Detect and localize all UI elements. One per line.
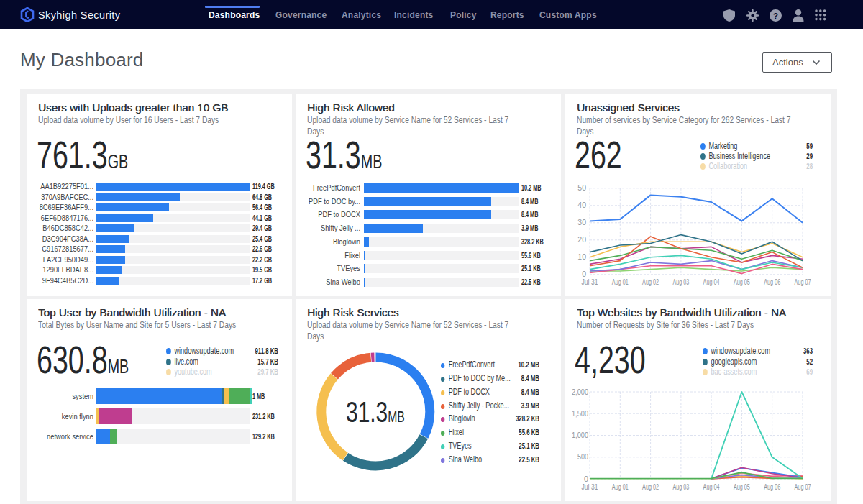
svg-text:Aug 04: Aug 04 xyxy=(703,482,720,491)
svg-text:Aug 05: Aug 05 xyxy=(734,278,750,286)
svg-text:1,000: 1,000 xyxy=(572,431,588,439)
svg-text:Aug 06: Aug 06 xyxy=(764,278,780,286)
svg-text:?: ? xyxy=(773,12,778,20)
svg-text:50: 50 xyxy=(577,183,586,192)
svg-text:0: 0 xyxy=(584,475,588,483)
svg-text:Aug 03: Aug 03 xyxy=(672,278,689,286)
svg-text:2,000: 2,000 xyxy=(572,388,588,396)
svg-text:Aug 01: Aug 01 xyxy=(612,278,629,286)
svg-text:Aug 05: Aug 05 xyxy=(734,482,750,491)
svg-text:Aug 07: Aug 07 xyxy=(795,278,811,286)
svg-text:Aug 04: Aug 04 xyxy=(703,278,720,286)
svg-text:Aug 02: Aug 02 xyxy=(642,278,659,286)
svg-text:Aug 07: Aug 07 xyxy=(795,482,811,491)
svg-text:Aug 02: Aug 02 xyxy=(642,482,659,491)
svg-text:30: 30 xyxy=(577,218,586,226)
svg-text:Aug 03: Aug 03 xyxy=(672,482,689,491)
svg-text:500: 500 xyxy=(577,452,588,461)
svg-text:20: 20 xyxy=(577,235,586,244)
svg-text:Jul 31: Jul 31 xyxy=(582,278,598,286)
svg-text:10: 10 xyxy=(577,252,586,261)
svg-text:40: 40 xyxy=(577,201,586,209)
svg-text:Aug 01: Aug 01 xyxy=(612,482,629,491)
svg-text:1,500: 1,500 xyxy=(572,409,588,418)
svg-text:Jul 31: Jul 31 xyxy=(582,482,598,491)
svg-text:Aug 06: Aug 06 xyxy=(764,482,780,491)
